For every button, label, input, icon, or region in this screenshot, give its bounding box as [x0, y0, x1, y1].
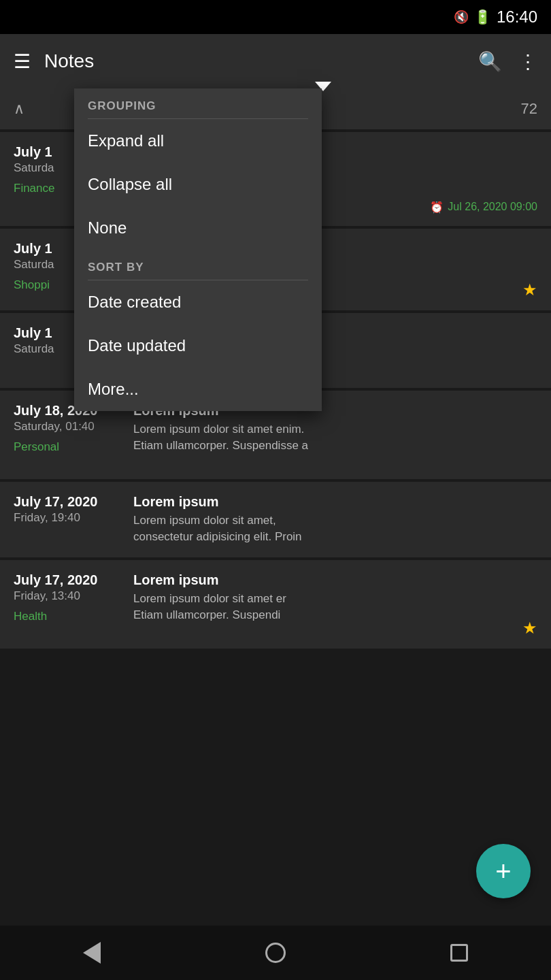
- note-date-sub: Friday, 13:40: [14, 589, 122, 603]
- battery-icon: 🔋: [474, 9, 491, 25]
- home-icon: [265, 943, 286, 963]
- date-created-item[interactable]: Date created: [74, 280, 322, 324]
- date-updated-item[interactable]: Date updated: [74, 324, 322, 368]
- reminder-text: Jul 26, 2020 09:00: [448, 201, 537, 213]
- status-bar: 🔇 🔋 16:40: [0, 0, 551, 34]
- note-tag: Personal: [14, 440, 122, 454]
- back-button[interactable]: [71, 932, 112, 973]
- none-item[interactable]: None: [74, 206, 322, 250]
- hamburger-icon[interactable]: ☰: [14, 50, 31, 73]
- more-options-icon[interactable]: ⋮: [518, 50, 537, 73]
- star-icon: ★: [522, 280, 537, 299]
- note-tag: Health: [14, 610, 122, 623]
- home-button[interactable]: [255, 932, 296, 973]
- note-preview: Lorem ipsum dolor sit amet erEtiam ullam…: [133, 591, 537, 623]
- recents-button[interactable]: [439, 932, 480, 973]
- note-preview: Lorem ipsum dolor sit amet,consectetur a…: [133, 512, 537, 545]
- recents-icon: [450, 944, 468, 962]
- nav-bar: [0, 926, 551, 980]
- sort-by-label: SORT BY: [74, 250, 322, 280]
- alarm-icon: ⏰: [430, 201, 444, 214]
- fab-plus-icon: +: [495, 858, 511, 885]
- app-bar-actions: 🔍 ⋮: [478, 50, 537, 73]
- status-icons: 🔇 🔋 16:40: [454, 7, 537, 27]
- collapse-all-item[interactable]: Collapse all: [74, 163, 322, 206]
- note-title: Lorem ipsum: [133, 572, 537, 588]
- grouping-label: GROUPING: [74, 88, 322, 118]
- group-count: 72: [521, 100, 537, 118]
- note-content-col: Lorem ipsum Lorem ipsum dolor sit amet e…: [133, 403, 537, 467]
- note-date-col: July 17, 2020 Friday, 19:40: [14, 494, 122, 545]
- dropdown-menu: GROUPING Expand all Collapse all None SO…: [74, 88, 322, 411]
- back-icon: [83, 942, 101, 964]
- note-date-sub: Saturday, 01:40: [14, 420, 122, 434]
- fab-add-button[interactable]: +: [476, 844, 531, 898]
- note-date-sub: Friday, 19:40: [14, 511, 122, 525]
- note-card[interactable]: July 17, 2020 Friday, 13:40 Health Lorem…: [0, 560, 551, 649]
- clock: 16:40: [497, 7, 537, 27]
- app-title: Notes: [44, 50, 451, 72]
- note-date-col: July 18, 2020 Saturday, 01:40 Personal: [14, 403, 122, 467]
- more-item[interactable]: More...: [74, 368, 322, 411]
- note-card[interactable]: July 17, 2020 Friday, 19:40 Lorem ipsum …: [0, 482, 551, 557]
- search-icon[interactable]: 🔍: [478, 50, 502, 73]
- note-title: Lorem ipsum: [133, 494, 537, 510]
- collapse-button[interactable]: ∧: [14, 100, 24, 118]
- sim-icon: 🔇: [454, 10, 469, 24]
- star-icon: ★: [522, 619, 537, 638]
- note-date-main: July 17, 2020: [14, 572, 122, 588]
- note-preview: Lorem ipsum dolor sit amet enim.Etiam ul…: [133, 421, 537, 454]
- note-content-col: Lorem ipsum Lorem ipsum dolor sit amet,c…: [133, 494, 537, 545]
- note-content-col: Lorem ipsum Lorem ipsum dolor sit amet e…: [133, 572, 537, 636]
- app-bar: ☰ Notes 🔍 ⋮: [0, 34, 551, 88]
- note-date-col: July 17, 2020 Friday, 13:40 Health: [14, 572, 122, 636]
- expand-all-item[interactable]: Expand all: [74, 119, 322, 163]
- note-date-main: July 17, 2020: [14, 494, 122, 510]
